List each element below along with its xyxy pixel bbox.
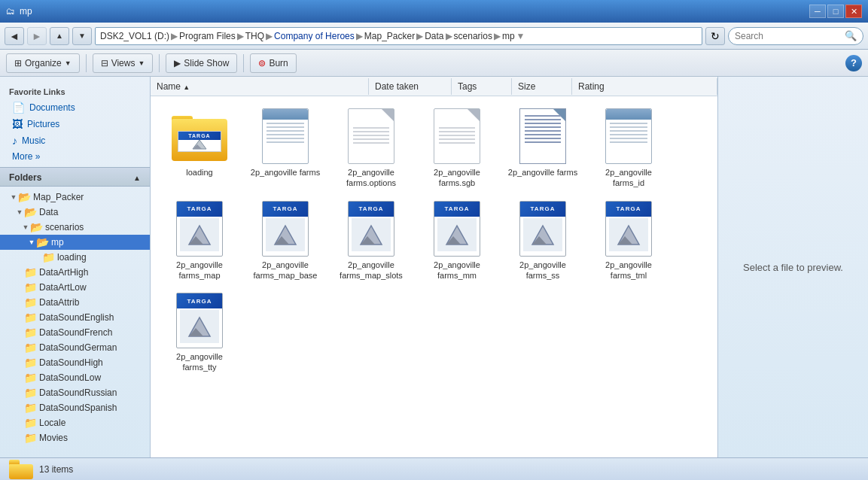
- path-segment-7: mp: [502, 31, 515, 41]
- sidebar-item-music[interactable]: ♪ Music: [0, 132, 150, 149]
- minimize-button[interactable]: ─: [809, 5, 826, 18]
- folders-header[interactable]: Folders ▲: [0, 167, 150, 187]
- tree-item-datasoundfrench[interactable]: 📁 DataSoundFrench: [0, 325, 150, 340]
- folder-icon: 📁: [24, 402, 37, 414]
- column-rating[interactable]: Rating: [572, 78, 717, 95]
- file-item-angoville-farms-1[interactable]: 2p_angoville farms: [244, 104, 327, 193]
- folder-icon-loading: TARGA: [172, 108, 227, 164]
- notebook-icon-2: [605, 108, 652, 164]
- file-name-loading: loading: [186, 167, 212, 178]
- preview-text: Select a file to preview.: [743, 262, 843, 273]
- back-button[interactable]: ◄: [5, 27, 24, 45]
- file-item-farms-map-slots[interactable]: TARGA 2p_angovillefarms_map_slots: [330, 196, 413, 286]
- burn-button[interactable]: ⊚ Burn: [250, 53, 296, 73]
- tree-item-dataattrib[interactable]: 📁 DataAttrib: [0, 295, 150, 310]
- tree-item-datasoundhigh[interactable]: 📁 DataSoundHigh: [0, 355, 150, 370]
- tree-item-data[interactable]: ▼ 📂 Data: [0, 205, 150, 220]
- file-item-farms-mm[interactable]: TARGA 2p_angovillefarms_mm: [416, 196, 498, 286]
- close-button[interactable]: ✕: [845, 5, 862, 18]
- window-title: mp: [20, 6, 32, 17]
- sidebar: Favorite Links 📄 Documents 🖼 Pictures ♪ …: [0, 77, 151, 457]
- preview-pane: Select a file to preview.: [717, 77, 868, 457]
- tree-item-datasoundrussian[interactable]: 📁 DataSoundRussian: [0, 385, 150, 400]
- slideshow-button[interactable]: ▶ Slide Show: [166, 53, 237, 73]
- up-button[interactable]: ▲: [50, 27, 69, 45]
- file-item-sgb[interactable]: 2p_angovillefarms.sgb: [416, 104, 498, 193]
- more-favorites-link[interactable]: More »: [0, 149, 150, 164]
- file-item-loading[interactable]: TARGA loading: [158, 104, 241, 193]
- column-name[interactable]: Name ▲: [151, 78, 369, 95]
- file-item-farms-map[interactable]: TARGA 2p_angovillefarms_map: [158, 196, 241, 286]
- tree-item-datasoundlow[interactable]: 📁 DataSoundLow: [0, 370, 150, 385]
- sidebar-item-documents[interactable]: 📄 Documents: [0, 99, 150, 116]
- file-area: Name ▲ Date taken Tags Size Rating TARGA: [151, 77, 717, 457]
- status-bar: 13 items: [0, 457, 868, 480]
- file-name-farms-map-slots: 2p_angovillefarms_map_slots: [340, 260, 403, 281]
- organize-icon: ⊞: [14, 58, 22, 68]
- pictures-icon: 🖼: [12, 118, 23, 130]
- file-item-farms-tml[interactable]: TARGA 2p_angovillefarms_tml: [587, 196, 670, 286]
- file-item-farms-ss[interactable]: TARGA 2p_angovillefarms_ss: [501, 196, 584, 286]
- folder-icon: 📁: [24, 296, 37, 308]
- tree-expand-arrow: ▼: [27, 238, 36, 246]
- file-item-farms-map-base[interactable]: TARGA 2p_angovillefarms_map_base: [244, 196, 327, 286]
- recent-locations-button[interactable]: ▼: [72, 27, 92, 45]
- tree-item-dataarthigh[interactable]: 📁 DataArtHigh: [0, 265, 150, 280]
- file-item-farms-id[interactable]: 2p_angovillefarms_id: [587, 104, 670, 193]
- tree-expand-arrow: ▼: [15, 208, 24, 216]
- path-segment-1: DSK2_VOL1 (D:): [100, 31, 169, 41]
- tree-item-movies[interactable]: 📁 Movies: [0, 430, 150, 445]
- tree-item-dataartlow[interactable]: 📁 DataArtLow: [0, 280, 150, 295]
- folder-icon: 📁: [24, 327, 37, 339]
- file-name-angoville-farms-2: 2p_angoville farms: [508, 167, 577, 178]
- title-bar: 🗂 mp ─ □ ✕: [0, 0, 868, 23]
- targa-icon-map: TARGA: [176, 201, 223, 257]
- file-name-farms-ss: 2p_angovillefarms_ss: [519, 260, 566, 281]
- search-icon: 🔍: [845, 30, 857, 41]
- sidebar-item-pictures[interactable]: 🖼 Pictures: [0, 116, 150, 132]
- help-button[interactable]: ?: [845, 55, 862, 71]
- file-name-farms-tml: 2p_angovillefarms_tml: [605, 260, 652, 281]
- folder-icon: 📁: [24, 281, 37, 293]
- path-segment-6: scenarios: [454, 31, 492, 41]
- search-input[interactable]: [735, 31, 842, 41]
- folder-icon: 📁: [24, 357, 37, 369]
- sidebar-top: Favorite Links 📄 Documents 🖼 Pictures ♪ …: [0, 77, 150, 167]
- lines-icon-1: [519, 108, 566, 164]
- folder-icon: 📁: [24, 342, 37, 354]
- file-name-angoville-farms-1: 2p_angoville farms: [251, 167, 320, 178]
- address-path[interactable]: DSK2_VOL1 (D:) ▶ Program Files ▶ THQ ▶ C…: [95, 27, 702, 45]
- toolbar-separator-1: [86, 54, 87, 72]
- organize-button[interactable]: ⊞ Organize ▼: [6, 53, 80, 73]
- targa-icon-tty: TARGA: [176, 293, 223, 348]
- path-segment-3: THQ: [245, 31, 264, 41]
- search-box[interactable]: 🔍: [728, 27, 863, 45]
- tree-item-datasoundspanish[interactable]: 📁 DataSoundSpanish: [0, 400, 150, 415]
- column-tags[interactable]: Tags: [452, 78, 512, 95]
- file-item-farms-tty[interactable]: TARGA 2p_angovillefarms_tty: [158, 288, 241, 378]
- views-dropdown-icon: ▼: [138, 59, 145, 67]
- tree-item-datasoundgerman[interactable]: 📁 DataSoundGerman: [0, 340, 150, 355]
- tree-item-datasoundenglish[interactable]: 📁 DataSoundEnglish: [0, 310, 150, 325]
- tree-item-map-packer[interactable]: ▼ 📂 Map_Packer: [0, 190, 150, 205]
- file-item-angoville-farms-2[interactable]: 2p_angoville farms: [501, 104, 584, 193]
- slideshow-icon: ▶: [174, 58, 181, 68]
- tree-item-locale[interactable]: 📁 Locale: [0, 415, 150, 430]
- column-headers: Name ▲ Date taken Tags Size Rating: [151, 77, 717, 96]
- path-segment-4: Map_Packer: [364, 31, 415, 41]
- views-button[interactable]: ⊟ Views ▼: [93, 53, 154, 73]
- tree-item-mp[interactable]: ▼ 📂 mp: [0, 235, 150, 250]
- tree-item-loading[interactable]: 📁 loading: [0, 250, 150, 265]
- tree-item-scenarios[interactable]: ▼ 📂 scenarios: [0, 220, 150, 235]
- column-date[interactable]: Date taken: [369, 78, 452, 95]
- folders-label: Folders: [9, 172, 41, 183]
- item-count: 13 items: [39, 464, 73, 475]
- folders-collapse-icon: ▲: [133, 174, 141, 182]
- maximize-button[interactable]: □: [827, 5, 844, 18]
- file-item-options[interactable]: 2p_angovillefarms.options: [330, 104, 413, 193]
- column-size[interactable]: Size: [512, 78, 572, 95]
- window-icon: 🗂: [6, 6, 15, 17]
- forward-button[interactable]: ►: [27, 27, 47, 45]
- path-segment-coh: Company of Heroes: [274, 31, 355, 41]
- refresh-button[interactable]: ↻: [705, 27, 725, 45]
